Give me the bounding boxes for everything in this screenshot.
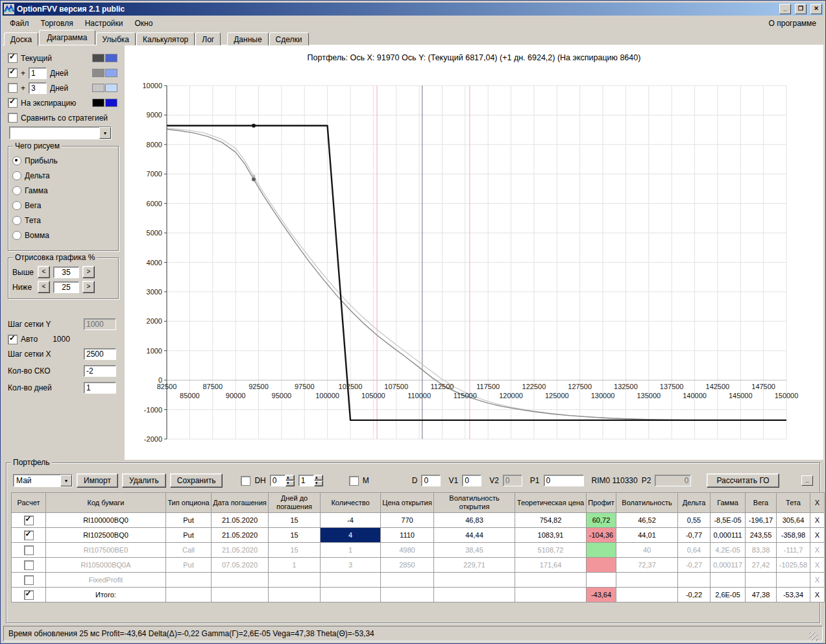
cell-vega[interactable]: 47,38 bbox=[746, 588, 777, 602]
auto-checkbox[interactable] bbox=[8, 335, 18, 344]
below-decrease-button[interactable]: < bbox=[38, 281, 50, 293]
cell-checked[interactable] bbox=[12, 543, 46, 558]
cell-theta[interactable]: -1025,58 bbox=[777, 558, 810, 573]
month-dropdown-icon[interactable]: ▼ bbox=[60, 475, 72, 486]
expiration-checkbox[interactable] bbox=[8, 98, 18, 108]
cell-theta[interactable]: -111,7 bbox=[777, 543, 810, 558]
collapse-panel-button[interactable]: _ bbox=[801, 475, 813, 486]
cell-theta[interactable]: -358,98 bbox=[777, 528, 810, 543]
title-bar[interactable]: OptionFVV версия 2.1 public _ ❐ ✕ bbox=[3, 3, 823, 16]
cell-qty[interactable]: -4 bbox=[321, 513, 381, 528]
strategy-dropdown-icon[interactable]: ▼ bbox=[99, 127, 111, 139]
menu-trading[interactable]: Торговля bbox=[35, 17, 79, 30]
tab-log[interactable]: Лог bbox=[195, 32, 221, 45]
cell-expiry[interactable]: 21.05.2020 bbox=[212, 528, 269, 543]
cell-profit[interactable] bbox=[587, 573, 616, 588]
vomma-radio[interactable] bbox=[12, 231, 21, 240]
cell-expiry[interactable]: 21.05.2020 bbox=[212, 543, 269, 558]
resize-grip[interactable] bbox=[809, 632, 818, 641]
cell-open_vol[interactable]: 44,44 bbox=[434, 528, 515, 543]
cell-open_price[interactable]: 1110 bbox=[381, 528, 434, 543]
cell-delta[interactable]: -0,22 bbox=[678, 588, 711, 602]
payoff-chart[interactable]: -2000-1000010002000300040005000600070008… bbox=[125, 67, 819, 457]
dh-checkbox[interactable] bbox=[241, 476, 250, 486]
current-color-swatch-2[interactable] bbox=[105, 54, 117, 62]
cell-expiry[interactable]: 07.05.2020 bbox=[212, 558, 269, 573]
cell-profit[interactable] bbox=[587, 543, 616, 558]
cell-open_vol[interactable]: 38,45 bbox=[434, 543, 515, 558]
below-increase-button[interactable]: > bbox=[82, 281, 95, 293]
cell-vol[interactable]: 46,52 bbox=[616, 513, 678, 528]
cell-theta[interactable] bbox=[777, 573, 810, 588]
cell-checked[interactable] bbox=[12, 513, 46, 528]
dh-spinner-2-input[interactable] bbox=[298, 475, 314, 486]
cell-gamma[interactable]: 4,2E-05 bbox=[711, 543, 746, 558]
p1-input[interactable] bbox=[544, 475, 584, 486]
cell-checked[interactable] bbox=[12, 573, 46, 588]
row-remove-button[interactable]: X bbox=[810, 528, 825, 543]
row-remove-button[interactable]: X bbox=[810, 513, 825, 528]
cell-days[interactable]: 1 bbox=[269, 558, 321, 573]
above-decrease-button[interactable]: < bbox=[38, 266, 50, 278]
row-calc-checkbox[interactable] bbox=[24, 575, 34, 585]
cell-open_price[interactable] bbox=[381, 573, 434, 588]
cell-code[interactable]: FixedProfit bbox=[46, 573, 166, 588]
cell-code[interactable]: Итого: bbox=[46, 588, 166, 602]
dh-spinner-2-down[interactable]: ▼ bbox=[314, 481, 323, 486]
compare-strategy-checkbox[interactable] bbox=[8, 113, 18, 123]
menu-about[interactable]: О программе bbox=[763, 17, 822, 30]
row-remove-button[interactable]: X bbox=[810, 588, 825, 602]
dh-spinner-1-input[interactable] bbox=[270, 475, 285, 486]
cell-theo[interactable]: 754,82 bbox=[515, 513, 587, 528]
cell-open_price[interactable]: 2850 bbox=[381, 558, 434, 573]
cell-theo[interactable] bbox=[515, 588, 587, 602]
sko-input[interactable] bbox=[84, 365, 116, 377]
cell-profit[interactable]: 60,72 bbox=[587, 513, 616, 528]
cell-qty[interactable] bbox=[321, 588, 381, 602]
days-count-input[interactable] bbox=[84, 382, 116, 394]
cell-open_price[interactable]: 4980 bbox=[381, 543, 434, 558]
cell-vega[interactable]: 243,55 bbox=[746, 528, 777, 543]
tab-smile[interactable]: Улыбка bbox=[96, 32, 136, 45]
row-calc-checkbox[interactable] bbox=[24, 545, 34, 555]
menu-file[interactable]: Файл bbox=[4, 17, 35, 30]
menu-settings[interactable]: Настройки bbox=[79, 17, 129, 30]
cell-code[interactable]: RI100000BQ0 bbox=[46, 513, 166, 528]
cell-gamma[interactable] bbox=[711, 573, 746, 588]
calc-margin-button[interactable]: Рассчитать ГО bbox=[707, 473, 779, 488]
cell-checked[interactable] bbox=[12, 558, 46, 573]
cell-vega[interactable]: 83,38 bbox=[746, 543, 777, 558]
cell-theta[interactable]: -53,34 bbox=[777, 588, 810, 602]
tab-calculator[interactable]: Калькулятор bbox=[136, 32, 195, 45]
plus1-checkbox[interactable] bbox=[8, 68, 18, 78]
plus1-color-swatch-1[interactable] bbox=[92, 69, 104, 77]
cell-expiry[interactable]: 21.05.2020 bbox=[212, 513, 269, 528]
cell-type[interactable] bbox=[166, 573, 212, 588]
cell-vega[interactable]: 27,42 bbox=[746, 558, 777, 573]
tab-board[interactable]: Доска bbox=[4, 32, 38, 45]
cell-delta[interactable]: 0,55 bbox=[678, 513, 711, 528]
cell-expiry[interactable] bbox=[212, 588, 269, 602]
menu-window[interactable]: Окно bbox=[129, 17, 159, 30]
plus1-days-input[interactable] bbox=[29, 67, 47, 79]
cell-days[interactable] bbox=[269, 588, 321, 602]
cell-open_price[interactable] bbox=[381, 588, 434, 602]
cell-checked[interactable] bbox=[12, 528, 46, 543]
cell-type[interactable]: Put bbox=[166, 528, 212, 543]
cell-days[interactable] bbox=[269, 573, 321, 588]
m-checkbox[interactable] bbox=[349, 476, 359, 486]
theta-radio[interactable] bbox=[12, 216, 21, 225]
save-button[interactable]: Сохранить bbox=[170, 473, 223, 488]
above-increase-button[interactable]: > bbox=[82, 266, 95, 278]
plus1-color-swatch-2[interactable] bbox=[105, 69, 117, 77]
cell-theo[interactable]: 1083,91 bbox=[515, 528, 587, 543]
row-remove-button[interactable]: X bbox=[810, 558, 825, 573]
cell-gamma[interactable]: 2,6E-05 bbox=[711, 588, 746, 602]
plus3-color-swatch-2[interactable] bbox=[105, 84, 117, 92]
cell-checked[interactable] bbox=[12, 588, 46, 602]
minimize-button[interactable]: _ bbox=[779, 4, 791, 14]
plus3-days-input[interactable] bbox=[29, 82, 47, 94]
row-calc-checkbox[interactable] bbox=[24, 516, 34, 525]
expiration-color-swatch-2[interactable] bbox=[105, 99, 117, 107]
d-input[interactable] bbox=[421, 475, 441, 486]
